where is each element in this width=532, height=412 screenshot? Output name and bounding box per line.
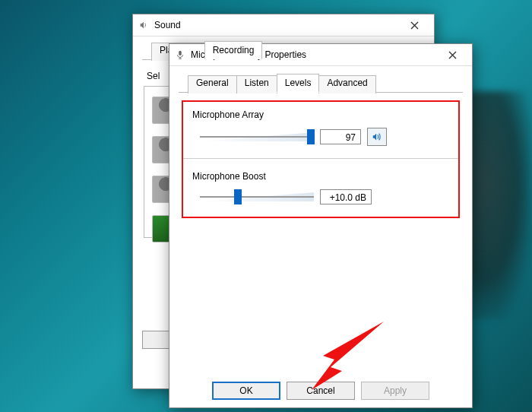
sound-title: Sound	[154, 20, 399, 30]
sound-titlebar: Sound	[133, 14, 434, 36]
mic-array-value[interactable]: 97	[320, 129, 361, 144]
tab-advanced[interactable]: Advanced	[318, 75, 375, 93]
apply-button: Apply	[361, 382, 429, 400]
mic-boost-value[interactable]: +10.0 dB	[320, 189, 372, 204]
sound-icon	[138, 19, 150, 31]
svg-rect-0	[179, 51, 182, 55]
tab-recording[interactable]: Recording	[204, 41, 263, 59]
mute-button[interactable]	[367, 128, 387, 146]
close-icon[interactable]	[399, 17, 429, 33]
close-icon[interactable]	[437, 46, 467, 63]
slider-thumb[interactable]	[234, 189, 242, 204]
microphone-properties-window: Microphone Array Properties General List…	[169, 43, 473, 408]
cancel-button[interactable]: Cancel	[287, 382, 355, 400]
divider	[183, 158, 458, 159]
mic-array-label: Microphone Array	[192, 109, 449, 120]
prop-tabs: General Listen Levels Advanced	[179, 69, 463, 93]
tab-listen[interactable]: Listen	[236, 75, 277, 93]
mic-boost-label: Microphone Boost	[192, 171, 449, 182]
tab-levels[interactable]: Levels	[277, 74, 320, 93]
dialog-buttons: OK Cancel Apply	[169, 382, 472, 400]
microphone-icon	[174, 49, 186, 61]
slider-thumb[interactable]	[307, 129, 315, 144]
ok-button[interactable]: OK	[212, 382, 280, 400]
mic-array-slider[interactable]	[200, 129, 314, 144]
tab-general[interactable]: General	[188, 75, 237, 93]
highlighted-region: Microphone Array 97 Microphone Boost +1	[182, 100, 460, 218]
mic-boost-slider[interactable]	[200, 189, 314, 204]
